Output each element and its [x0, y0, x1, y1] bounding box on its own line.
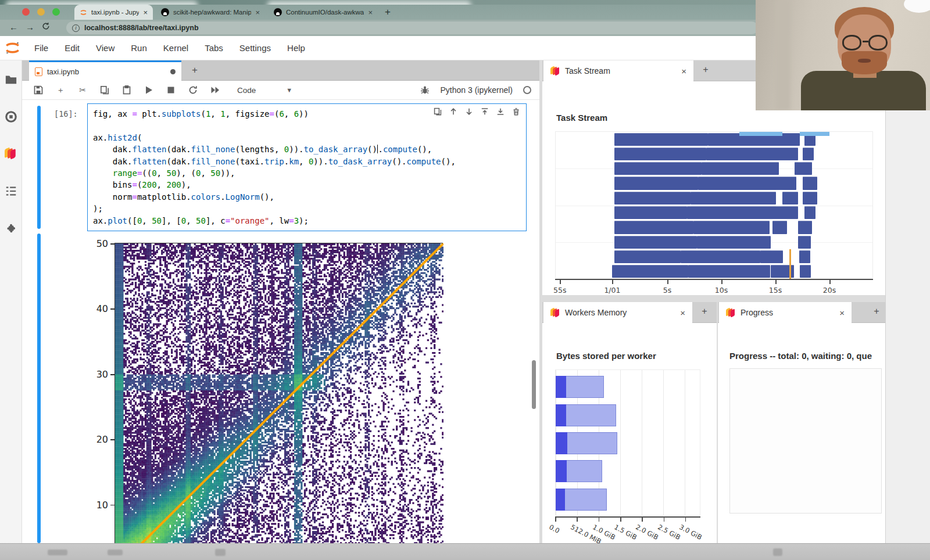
close-tab-icon[interactable]: × [368, 9, 373, 16]
background-doorframe [775, 0, 791, 110]
menu-kernel[interactable]: Kernel [155, 43, 196, 53]
code-line: dak.flatten(dak.fill_none(taxi.trip.km, … [93, 156, 456, 167]
menu-file[interactable]: File [26, 43, 56, 53]
new-panel-button[interactable]: + [698, 306, 711, 317]
minimize-window-button[interactable] [37, 8, 45, 16]
task-bar [706, 148, 798, 160]
debugger-bug-icon[interactable] [420, 85, 430, 95]
back-button[interactable]: ← [9, 22, 18, 32]
task-stream-tab[interactable]: Task Stream × [543, 60, 693, 81]
duplicate-cell-icon[interactable] [434, 107, 442, 116]
extensions-icon[interactable] [5, 223, 17, 236]
browser-tab-dask-awkward[interactable]: ContinuumIO/dask-awkward: N × [269, 5, 378, 20]
close-panel-icon[interactable]: × [839, 308, 845, 317]
new-panel-button[interactable]: + [870, 306, 883, 317]
run-cell-icon[interactable] [144, 85, 153, 95]
menu-view[interactable]: View [88, 43, 123, 53]
task-bar [803, 148, 814, 160]
code-line: bins=(200, 200), [93, 179, 456, 191]
x-tick-label: 2.5 GiB [656, 523, 682, 541]
close-panel-icon[interactable]: × [681, 67, 686, 76]
code-line: ); [93, 203, 456, 214]
ceiling-light [904, 0, 930, 13]
menu-tabs[interactable]: Tabs [196, 43, 231, 53]
close-window-button[interactable] [22, 8, 30, 16]
menu-run[interactable]: Run [123, 43, 155, 53]
notebook-tab-title: taxi.ipynb [47, 67, 166, 76]
notebook-tab[interactable]: taxi.ipynb [29, 60, 181, 81]
menu-edit[interactable]: Edit [56, 43, 88, 53]
restart-kernel-icon[interactable] [188, 85, 198, 95]
close-tab-icon[interactable]: × [255, 9, 260, 16]
task-bar [614, 148, 706, 160]
task-bar [799, 250, 810, 263]
task-bar [760, 250, 784, 263]
tab-title: Workers Memory [565, 308, 675, 317]
insert-cell-below-icon[interactable] [496, 107, 505, 116]
copy-cells-icon[interactable] [100, 85, 109, 95]
unsaved-dot-icon [170, 69, 176, 74]
new-panel-button[interactable]: + [699, 64, 712, 75]
y-tick-label: 10 [85, 500, 108, 511]
kernel-status-icon[interactable] [523, 86, 531, 94]
x-tick-label: 5s [663, 286, 671, 295]
task-stream-row [556, 236, 872, 249]
cell-toolbar [434, 107, 520, 116]
file-browser-icon[interactable] [5, 73, 17, 86]
progress-tab[interactable]: Progress × [719, 302, 852, 323]
task-bar [614, 162, 702, 175]
reload-button[interactable] [42, 22, 50, 32]
forward-button[interactable]: → [26, 22, 34, 32]
worker-memory-bar [556, 432, 700, 454]
paste-cells-icon[interactable] [122, 85, 131, 95]
cell-collapser[interactable] [37, 106, 41, 229]
insert-cell-icon[interactable]: ＋ [56, 85, 65, 95]
y-tick-label: 20 [85, 434, 108, 445]
glasses-left-lens [842, 35, 861, 51]
task-bar [614, 192, 691, 204]
url-field[interactable]: i localhost:8888/lab/tree/taxi.ipynb [66, 21, 758, 34]
stop-kernel-icon[interactable] [166, 85, 176, 95]
task-stream-row [556, 265, 872, 278]
cut-cells-icon[interactable]: ✂ [78, 85, 87, 95]
task-stream-row [556, 206, 872, 219]
insert-cell-above-icon[interactable] [481, 107, 489, 116]
browser-tab-jupyterlab[interactable]: taxi.ipynb - JupyterLab × [74, 5, 153, 20]
dask-sidebar-icon[interactable] [5, 148, 17, 160]
workers-memory-panel: Bytes stored per worker 0.0512.0 MiB1.0 … [542, 323, 717, 543]
menu-help[interactable]: Help [279, 43, 313, 53]
kernel-name[interactable]: Python 3 (ipykernel) [440, 85, 513, 95]
output-collapser[interactable] [37, 234, 41, 543]
menu-settings[interactable]: Settings [231, 43, 279, 53]
new-tab-button[interactable]: + [385, 6, 391, 18]
github-icon [161, 8, 169, 16]
task-bar [612, 265, 688, 278]
save-icon[interactable] [34, 85, 43, 95]
task-bar [772, 221, 787, 234]
restart-run-all-icon[interactable] [210, 85, 220, 95]
move-cell-up-icon[interactable] [449, 107, 457, 116]
move-cell-down-icon[interactable] [465, 107, 473, 116]
notebook-scrollbar-thumb[interactable] [532, 360, 536, 409]
browser-tab-awkward[interactable]: scikit-hep/awkward: Manipulat × [156, 5, 265, 20]
task-bar [614, 250, 681, 263]
site-info-icon[interactable]: i [72, 24, 80, 32]
new-launcher-button[interactable]: + [192, 64, 198, 76]
code-text: fig, ax = plt.subplots(1, 1, figsize=(6,… [93, 108, 456, 227]
workers-memory-tab[interactable]: Workers Memory × [543, 302, 692, 323]
dask-icon [550, 308, 560, 317]
dask-icon [726, 308, 735, 317]
task-bar [782, 192, 798, 204]
x-tick-label: 2.0 GiB [635, 523, 660, 541]
running-kernels-icon[interactable] [5, 110, 17, 123]
chevron-down-icon[interactable]: ▼ [286, 87, 292, 94]
cell-type-dropdown[interactable]: Code [237, 86, 256, 95]
close-panel-icon[interactable]: × [680, 308, 685, 317]
task-stream-panel: Task Stream 55s1/015s10s15s20s [542, 81, 888, 295]
task-stream-title: Task Stream [556, 113, 607, 123]
close-tab-icon[interactable]: × [143, 9, 148, 16]
zoom-window-button[interactable] [52, 8, 60, 16]
table-of-contents-icon[interactable] [5, 185, 17, 198]
delete-cell-icon[interactable] [512, 107, 520, 116]
code-cell-editor[interactable]: fig, ax = plt.subplots(1, 1, figsize=(6,… [87, 103, 527, 231]
